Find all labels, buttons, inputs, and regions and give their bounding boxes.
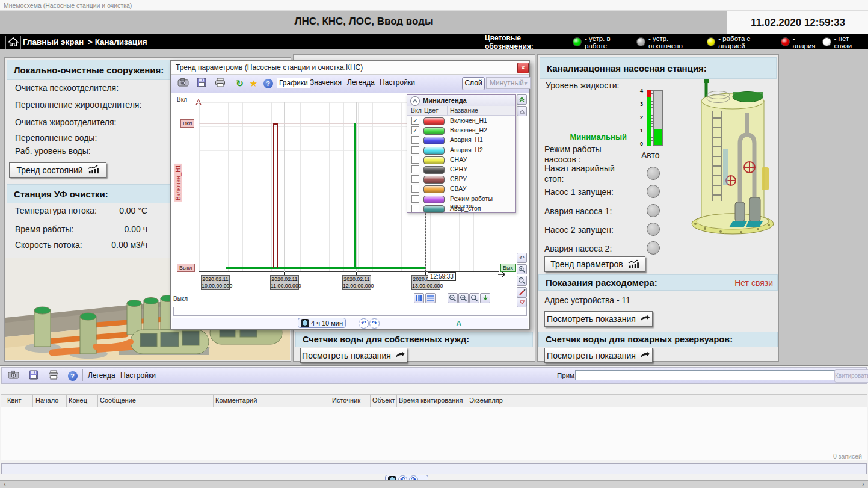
fire-tanks-header: Счетчик воды для пожарных резервуаров: xyxy=(538,332,778,347)
pump2-alarm-indicator xyxy=(647,241,660,255)
note-input[interactable] xyxy=(575,370,835,380)
alarm-table-header: Квит Начало Конец Сообщение Комментарий … xyxy=(1,394,867,407)
pump1-alarm-label: Авария насоса 1: xyxy=(544,206,612,216)
refresh-icon[interactable]: ↻ xyxy=(233,76,247,90)
y-axis-arrow xyxy=(195,97,202,108)
series-name: СВАУ xyxy=(450,185,466,192)
layer-select[interactable]: Минутный▾ xyxy=(486,77,531,89)
pump-mode-label: Режим работы насосов : xyxy=(544,144,626,165)
alarm-filter-strip[interactable] xyxy=(1,463,867,474)
lens-icon[interactable] xyxy=(469,293,479,303)
legend-label-off: - устр. отключено xyxy=(648,35,704,49)
save-icon xyxy=(197,78,206,90)
zoom-out-x-icon[interactable] xyxy=(448,293,458,303)
acknowledge-button[interactable]: Квитировать xyxy=(834,369,868,383)
legend-ball-off xyxy=(636,37,645,46)
chart-icon xyxy=(87,164,99,176)
series-checkbox[interactable] xyxy=(411,136,419,144)
print-button[interactable] xyxy=(46,369,60,383)
series-checkbox[interactable] xyxy=(411,195,419,203)
trend-statusbar: 4 ч 10 мин ↶ ↷ А xyxy=(172,318,528,329)
trend-window-title: Тренд параметромв (Насосные станции и оч… xyxy=(171,61,529,75)
series-color-swatch xyxy=(423,185,445,193)
water-overflow-label: Переполнение воды: xyxy=(15,133,97,143)
series-color-swatch xyxy=(423,166,445,174)
layer-button[interactable]: Слой xyxy=(462,77,485,90)
series-name: Авария_Н2 xyxy=(450,146,483,153)
help-button[interactable]: ? xyxy=(261,76,275,90)
series-color-swatch xyxy=(423,205,445,213)
zoom-in-icon[interactable] xyxy=(517,264,527,274)
series-checkbox[interactable] xyxy=(411,175,419,183)
home-button[interactable] xyxy=(5,36,21,49)
scroll-down-icon[interactable] xyxy=(517,297,527,307)
undo-icon[interactable]: ↶ xyxy=(359,318,369,329)
help-button[interactable]: ? xyxy=(66,369,79,383)
zoom-out-icon[interactable] xyxy=(517,276,527,286)
window-title: Мнемосхема (Насосные станции и очистка) xyxy=(0,0,868,11)
export-down-icon[interactable] xyxy=(480,293,490,303)
star-icon[interactable]: ★ xyxy=(247,76,260,90)
flowmeter-view-button[interactable]: Посмотреть показания xyxy=(544,311,653,327)
snapshot-button[interactable] xyxy=(7,369,20,383)
pump1-run-label: Насос 1 запущен: xyxy=(544,187,614,197)
series-color-swatch xyxy=(423,147,445,155)
series-checkbox[interactable] xyxy=(411,156,419,164)
alarm-toolbar: ? Легенда Настройки Прим. Квитировать xyxy=(1,367,867,384)
list-view-icon[interactable] xyxy=(425,293,436,303)
axis-top-label: Вкл xyxy=(177,96,187,103)
own-needs-header: Счетчик воды для собственных нужд: xyxy=(295,332,533,347)
undo-zoom-icon[interactable]: ↶ xyxy=(517,253,527,263)
minilegend-row: СВАУ xyxy=(407,184,515,194)
scroll-up-icon[interactable] xyxy=(517,106,527,116)
trend-note-strip[interactable] xyxy=(173,307,527,316)
scroll-left-icon[interactable]: ‹ xyxy=(1,481,9,488)
scada-screen: Мнемосхема (Насосные станции и очистка) … xyxy=(0,0,868,488)
snapshot-button[interactable] xyxy=(176,76,190,90)
columns-view-icon[interactable] xyxy=(414,293,424,303)
fire-tanks-view-button[interactable]: Посмотреть показания xyxy=(544,348,653,363)
menu-graphs[interactable]: Графики xyxy=(277,78,310,88)
legend-label-warning: - работа с аварией xyxy=(718,35,778,49)
zoom-out-y-icon[interactable] xyxy=(458,293,469,303)
level-gauge: 4 3 2 1 0 xyxy=(635,87,668,150)
series-checkbox[interactable]: ✓ xyxy=(411,117,419,125)
help-icon: ? xyxy=(68,371,78,381)
series-checkbox[interactable] xyxy=(411,165,419,173)
save-button[interactable] xyxy=(194,76,208,90)
save-icon xyxy=(29,370,38,382)
alarm-menu-legend[interactable]: Легенда xyxy=(86,371,117,380)
series-checkbox[interactable] xyxy=(411,146,419,154)
param-trend-button[interactable]: Тренд параметров xyxy=(544,256,645,272)
close-icon[interactable]: × xyxy=(517,63,529,73)
collapse-icon[interactable] xyxy=(410,96,420,106)
scroll-right-icon[interactable]: › xyxy=(859,481,867,488)
state-trend-button[interactable]: Тренд состояний xyxy=(9,162,106,178)
legend-label-alarm: - авария xyxy=(793,35,819,49)
print-button[interactable] xyxy=(213,76,227,90)
fit-icon[interactable] xyxy=(517,94,527,105)
gauge-ticks xyxy=(651,90,653,146)
minilegend-row: ✓Включен_Н1 xyxy=(407,116,515,126)
time-range-widget[interactable]: 4 ч 10 мин xyxy=(298,318,346,328)
series-color-swatch xyxy=(423,156,445,164)
menu-legend[interactable]: Легенда xyxy=(345,78,377,87)
series-checkbox[interactable] xyxy=(411,185,419,193)
horizontal-scrollbar[interactable]: ‹ › xyxy=(0,480,868,488)
own-needs-view-button[interactable]: Посмотреть показания xyxy=(300,348,407,363)
edit-icon[interactable] xyxy=(517,287,527,297)
redo-icon[interactable]: ↷ xyxy=(369,318,380,329)
menu-values[interactable]: Значения xyxy=(308,78,343,87)
nav-home-label[interactable]: Главный экран xyxy=(23,34,84,49)
alarm-menu-settings[interactable]: Настройки xyxy=(119,371,158,380)
save-button[interactable] xyxy=(26,369,40,383)
datetime: 11.02.2020 12:59:33 xyxy=(727,11,868,34)
minilegend-row: Авария_Н2 xyxy=(407,145,515,155)
pump2-alarm-label: Авария насоса 2: xyxy=(544,244,612,253)
menu-settings[interactable]: Настройки xyxy=(378,78,417,87)
series-checkbox[interactable] xyxy=(411,205,419,212)
series-checkbox[interactable]: ✓ xyxy=(411,126,419,134)
series-color-swatch xyxy=(423,127,445,135)
sand-separator-label: Очистка пескоотделителя: xyxy=(15,83,119,93)
alarm-table-body[interactable]: 0 записей xyxy=(1,407,867,460)
